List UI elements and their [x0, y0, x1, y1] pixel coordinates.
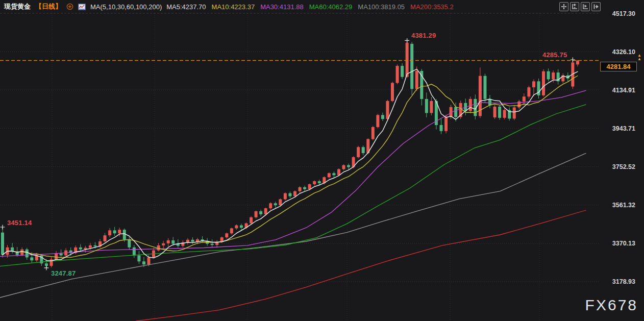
candle-body [288, 193, 291, 196]
extreme-marker-icon [405, 38, 409, 43]
watermark-logo: FX678 [585, 297, 638, 314]
candle-body [440, 125, 443, 131]
ma-params-label: MA(5,10,30,60,100,200) [90, 3, 162, 11]
ma-legend-item: MA60:4062.29 [309, 3, 353, 11]
candle-body [299, 187, 302, 191]
candle-body [230, 228, 233, 233]
candle-body [133, 248, 136, 256]
candle-body [527, 87, 530, 96]
extreme-marker-icon [571, 57, 575, 62]
candle-body [1, 233, 4, 255]
candle-body [89, 245, 92, 248]
price-annotation: 4381.29 [411, 32, 436, 39]
candle-body [318, 181, 321, 183]
candle-body [45, 263, 48, 266]
candle-body [357, 147, 360, 157]
candle-body [186, 240, 189, 242]
ma-legend: MA5:4237.70MA10:4223.37MA30:4131.88MA60:… [166, 3, 453, 11]
candle-body [552, 72, 555, 79]
add-indicator-icon[interactable] [66, 3, 73, 10]
candle-body [396, 66, 399, 83]
candle-body [503, 110, 506, 118]
candle-body [211, 244, 214, 245]
timeframe-label[interactable]: 【日线】 [35, 2, 62, 11]
candle-body [30, 257, 33, 260]
ma-line-ma200 [136, 210, 586, 321]
candle-body [430, 101, 433, 113]
price-up-arrows-icon: ▲▲ [637, 54, 641, 61]
candle-body [147, 257, 151, 264]
candle-body [20, 250, 23, 255]
candle-body [313, 181, 316, 184]
candle-body [523, 96, 526, 101]
crosshair-tool-button[interactable] [559, 2, 568, 11]
candle-body [332, 173, 335, 175]
candle-body [493, 107, 497, 117]
pan-right-button[interactable] [591, 2, 601, 11]
candle-body [371, 127, 375, 139]
candle-body [347, 165, 350, 167]
last-price-readout: 4281.84 [600, 62, 637, 71]
candle-body [137, 255, 140, 261]
ma-line-ma5 [3, 69, 578, 261]
ma-legend-item: MA200:3535.2 [410, 3, 454, 11]
step-forward-button[interactable] [581, 2, 590, 11]
candle-body [513, 107, 516, 118]
ma-legend-item: MA30:4131.88 [260, 3, 304, 11]
candle-body [444, 117, 448, 131]
candle-body [240, 226, 243, 228]
mini-chart-icon[interactable] [78, 4, 86, 10]
chart-area[interactable]: 4517.304326.104134.913943.713752.523561.… [0, 0, 644, 321]
price-annotation: 3247.87 [51, 269, 76, 277]
candle-body [342, 165, 345, 169]
candle-body [337, 169, 340, 175]
y-axis-tick: 4517.30 [612, 10, 635, 17]
candle-body [171, 240, 175, 244]
candle-body [576, 61, 579, 65]
candlestick-chart[interactable]: 4517.304326.104134.913943.713752.523561.… [0, 0, 644, 321]
y-axis-tick: 3752.52 [612, 163, 635, 170]
candle-body [303, 187, 306, 189]
chart-toolbar [559, 2, 601, 11]
candle-body [391, 83, 394, 101]
extreme-marker-icon [44, 265, 48, 270]
ma-line-ma60 [0, 105, 586, 266]
candle-body [547, 71, 550, 80]
ma-legend-item: MA100:3819.05 [358, 3, 405, 11]
ma-legend-item: MA5:4237.70 [166, 3, 206, 11]
candle-body [381, 115, 384, 119]
candle-body [328, 173, 331, 177]
extreme-marker-icon [1, 225, 5, 230]
candle-body [308, 184, 311, 189]
candle-body [410, 44, 413, 89]
candle-body [284, 193, 287, 200]
candle-body [454, 107, 457, 117]
candle-body [113, 230, 116, 233]
candle-body [235, 226, 238, 229]
candle-body [55, 254, 58, 260]
candle-body [26, 250, 29, 258]
y-axis-tick: 3370.13 [612, 240, 635, 247]
chart-header: 现货黄金 【日线】 MA(5,10,30,60,100,200) MA5:423… [4, 2, 454, 11]
candle-body [250, 217, 253, 224]
candle-body [498, 107, 501, 118]
price-annotation: 3451.14 [7, 219, 32, 227]
candle-body [362, 147, 365, 153]
y-axis-tick: 3178.93 [612, 278, 635, 285]
candle-body [542, 71, 545, 95]
candle-body [108, 230, 111, 235]
y-axis-tick: 3561.32 [612, 202, 635, 209]
candle-body [162, 243, 165, 245]
y-axis-tick: 4326.10 [612, 48, 635, 56]
candle-body [225, 233, 228, 237]
candle-body [60, 254, 63, 256]
zoom-back-button[interactable] [570, 2, 579, 11]
candle-body [425, 99, 428, 113]
candle-body [118, 230, 121, 233]
candle-body [104, 235, 107, 241]
candle-body [532, 81, 535, 87]
candle-body [259, 211, 262, 214]
candle-body [167, 240, 170, 243]
candle-body [488, 99, 491, 106]
price-annotation: 4285.75 [542, 51, 567, 59]
